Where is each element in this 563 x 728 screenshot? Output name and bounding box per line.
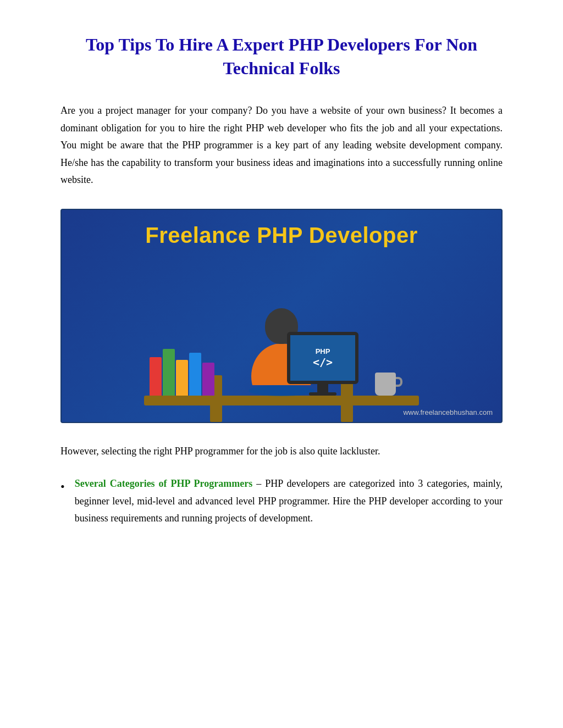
book-5 (202, 363, 214, 396)
page: Top Tips To Hire A Expert PHP Developers… (0, 0, 563, 728)
bullet-separator: – (252, 478, 265, 489)
banner-scene: PHP </> (78, 259, 485, 422)
book-1 (150, 357, 162, 396)
monitor-screen: PHP </> (287, 332, 358, 384)
bullet-heading: Several Categories of PHP Programmers (75, 478, 252, 489)
monitor-php-label: PHP (316, 347, 330, 355)
follow-paragraph: However, selecting the right PHP program… (60, 443, 503, 460)
intro-paragraph: Are you a project manager for your compa… (60, 102, 503, 189)
bullet-dot: • (60, 476, 65, 498)
bullet-list: • Several Categories of PHP Programmers … (60, 475, 503, 527)
banner: Freelance PHP Developer (62, 210, 501, 422)
mug (375, 373, 396, 396)
list-item: • Several Categories of PHP Programmers … (60, 475, 503, 527)
book-3 (176, 360, 188, 396)
monitor: PHP </> (287, 332, 358, 396)
website-credit: www.freelancebhushan.com (403, 408, 493, 416)
books (150, 349, 214, 396)
book-4 (189, 353, 201, 396)
bullet-content: Several Categories of PHP Programmers – … (75, 475, 503, 527)
page-title: Top Tips To Hire A Expert PHP Developers… (60, 33, 503, 80)
monitor-stand (317, 384, 328, 392)
book-2 (163, 349, 175, 396)
banner-image: Freelance PHP Developer (60, 209, 503, 423)
monitor-code-label: </> (313, 355, 333, 369)
desk-surface (144, 396, 419, 405)
mug-handle (396, 377, 402, 387)
banner-title: Freelance PHP Developer (145, 223, 417, 248)
monitor-base (309, 392, 336, 396)
